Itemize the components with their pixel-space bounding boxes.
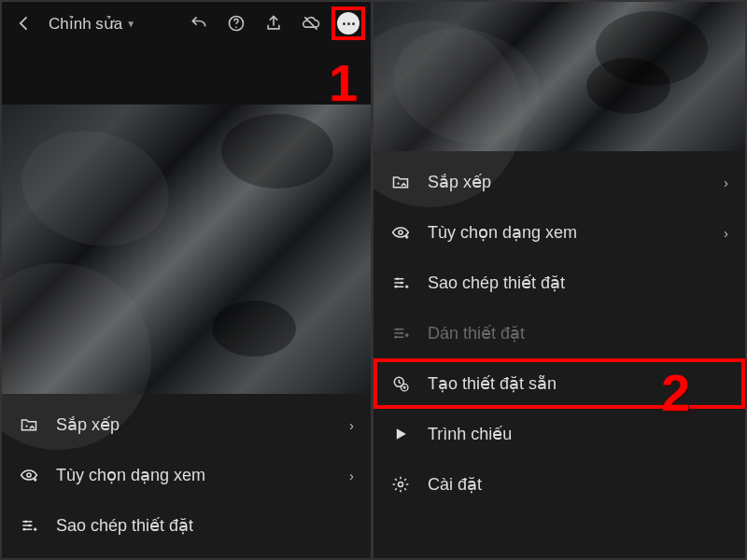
menu-label: Sắp xếp [428,172,707,192]
menu-item-copy-settings[interactable]: Sao chép thiết đặt [374,258,745,308]
photo-preview[interactable] [374,2,745,151]
menu-item-organize[interactable]: Sắp xếp › [2,399,371,450]
chevron-right-icon: › [724,175,728,190]
sliders-copy-icon [19,515,39,536]
folder-image-icon [390,172,411,192]
svg-point-8 [399,231,402,234]
menu-label: Dán thiết đặt [428,323,728,343]
menu-item-create-preset[interactable]: Tạo thiết đặt sẵn [374,358,745,409]
svg-point-6 [23,528,26,531]
menu-item-view-options[interactable]: Tùy chọn dạng xem › [374,207,745,258]
back-button[interactable] [7,7,41,40]
menu-item-paste-settings: Dán thiết đặt [374,308,745,358]
menu-label: Sao chép thiết đặt [428,273,728,293]
cloud-off-icon [302,14,320,33]
share-button[interactable] [257,7,290,40]
menu-label: Tùy chọn dạng xem [56,465,332,485]
svg-point-17 [399,483,403,487]
photo-preview[interactable] [2,105,371,394]
help-icon [227,14,246,33]
chevron-right-icon: › [349,417,354,433]
eye-plus-icon [390,222,411,243]
svg-point-1 [235,26,237,28]
caret-down-icon: ▼ [126,19,135,29]
menu-label: Trình chiếu [428,424,728,444]
svg-point-12 [396,329,399,331]
menu-label: Tạo thiết đặt sẵn [428,373,728,394]
sliders-copy-icon [390,273,411,293]
svg-point-7 [397,183,399,185]
menu-item-view-options[interactable]: Tùy chọn dạng xem › [2,450,371,500]
menu-label: Cài đặt [428,474,728,495]
svg-point-5 [29,525,32,527]
undo-button[interactable] [182,7,216,40]
chevron-right-icon: › [349,468,354,483]
folder-image-icon [19,414,39,435]
svg-point-13 [401,332,403,335]
menu-item-copy-settings[interactable]: Sao chép thiết đặt [2,500,371,551]
chevron-right-icon: › [724,225,728,241]
eye-plus-icon [19,465,39,485]
sliders-paste-icon [390,323,411,343]
svg-point-10 [401,282,403,285]
overflow-menu: Sắp xếp › Tùy chọn dạng xem › Sao chép t… [2,394,371,558]
mode-label: Chỉnh sửa [49,14,122,34]
left-screen: Chỉnh sửa ▼ 1 [2,2,374,558]
svg-point-11 [395,286,398,288]
menu-item-settings[interactable]: Cài đặt [374,459,745,510]
menu-label: Sao chép thiết đặt [56,515,354,536]
menu-label: Tùy chọn dạng xem [428,222,707,243]
svg-point-2 [25,426,27,427]
svg-point-3 [27,473,31,477]
preset-add-icon [390,373,411,394]
svg-point-9 [396,278,399,281]
overflow-menu-expanded: Sắp xếp › Tùy chọn dạng xem › Sao chép t… [374,151,745,558]
mode-dropdown[interactable]: Chỉnh sửa ▼ [45,14,139,34]
svg-point-4 [24,521,27,524]
play-icon [390,424,411,444]
undo-icon [190,14,208,33]
top-toolbar: Chỉnh sửa ▼ [2,2,371,45]
menu-item-slideshow[interactable]: Trình chiếu [374,409,745,459]
cloud-button[interactable] [294,7,328,40]
menu-label: Sắp xếp [56,414,332,435]
menu-item-organize[interactable]: Sắp xếp › [374,157,745,207]
help-button[interactable] [219,7,253,40]
share-icon [264,14,283,33]
more-button[interactable] [331,7,365,40]
svg-point-14 [395,336,398,339]
gear-icon [390,474,411,495]
right-screen: Sắp xếp › Tùy chọn dạng xem › Sao chép t… [374,2,745,558]
more-icon [337,12,359,35]
chevron-left-icon [15,14,34,33]
